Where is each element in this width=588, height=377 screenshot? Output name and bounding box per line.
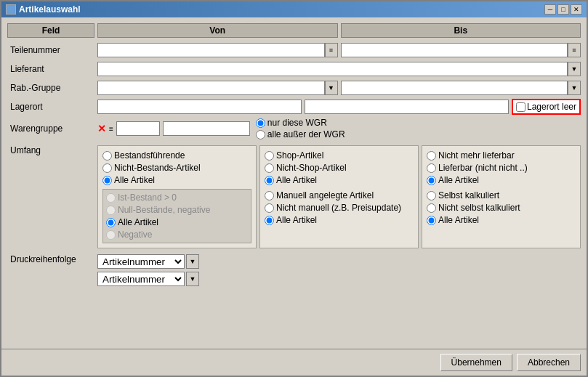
lagerort-leer-label: Lagerort leer (527, 102, 576, 112)
negative-radio[interactable] (106, 230, 116, 240)
druck-select1[interactable]: Artikelnummer Bezeichnung Lieferant (97, 254, 185, 269)
nicht-mehr-radio[interactable] (427, 151, 436, 161)
lieferbar-option: Lieferbar (nicht nicht ..) (427, 163, 576, 173)
rab-gruppe-von-input[interactable] (97, 81, 325, 95)
window-icon (6, 4, 16, 15)
header-row: Feld Von Bis (7, 23, 581, 38)
druckreihenfolge-label: Druckreihenfolge (7, 254, 94, 264)
null-bestaende-label: Null-Bestände, negative (118, 205, 210, 215)
alle-artikel1b-radio[interactable] (106, 218, 116, 227)
nicht-shop-radio[interactable] (265, 163, 274, 173)
wgr-radio-group: nur diese WGR alle außer der WGR (256, 118, 345, 139)
bestandsfuehrende-option: Bestandsführende (102, 150, 251, 161)
nicht-bestands-label: Nicht-Bestands-Artikel (114, 163, 201, 173)
alle-artikel3b-radio[interactable] (427, 216, 436, 225)
bestandsfuehrende-radio[interactable] (102, 151, 112, 161)
alle-artikel2b-option: Alle Artikel (265, 215, 414, 225)
umfang-columns: Bestandsführende Nicht-Bestands-Artikel … (97, 145, 581, 248)
lieferbar-radio[interactable] (427, 163, 436, 173)
nicht-bestands-option: Nicht-Bestands-Artikel (102, 163, 251, 173)
nur-diese-wgr-radio[interactable] (256, 118, 265, 128)
abbrechen-button[interactable]: Abbrechen (517, 354, 581, 371)
selbst-option: Selbst kalkuliert (427, 190, 576, 200)
alle-artikel2b-radio[interactable] (265, 216, 274, 225)
druck-selects: Artikelnummer Bezeichnung Lieferant ▼ Ar… (97, 254, 199, 286)
lieferant-dropdown-btn[interactable]: ▼ (568, 62, 581, 76)
warengruppe-desc-input[interactable] (163, 121, 250, 136)
alle-artikel1b-option: Alle Artikel (106, 217, 248, 227)
druck-select-row1: Artikelnummer Bezeichnung Lieferant ▼ (97, 254, 199, 269)
maximize-button[interactable]: □ (557, 4, 569, 15)
shop-artikel-label: Shop-Artikel (276, 150, 323, 161)
shop-artikel-option: Shop-Artikel (265, 150, 414, 161)
alle-artikel2-radio[interactable] (265, 176, 274, 185)
nur-diese-wgr-label: nur diese WGR (267, 118, 327, 128)
manuell-label: Manuell angelegte Artikel (276, 190, 374, 200)
rab-gruppe-von-btn[interactable]: ▼ (325, 81, 338, 95)
alle-ausser-wgr-radio[interactable] (256, 130, 265, 139)
teilenummer-von-btn[interactable]: ≡ (325, 43, 338, 57)
nicht-bestands-radio[interactable] (102, 163, 112, 173)
teilenummer-bis-btn[interactable]: ≡ (568, 43, 581, 57)
bestandsfuehrende-label: Bestandsführende (114, 150, 185, 161)
header-feld: Feld (7, 23, 94, 38)
warengruppe-row: Warengruppe ✕ ≡ nur diese WGR alle außer… (7, 118, 581, 139)
ist-bestand-option: Ist-Bestand > 0 (106, 192, 248, 203)
nicht-shop-label: Nicht-Shop-Artikel (276, 163, 347, 173)
ist-bestand-group: Ist-Bestand > 0 Null-Bestände, negative … (102, 189, 251, 243)
rab-gruppe-row: Rab.-Gruppe ▼ ▼ (7, 80, 581, 96)
rab-gruppe-bis-input[interactable] (341, 81, 568, 95)
lagerort-bis-input[interactable] (305, 100, 509, 114)
manuell-option: Manuell angelegte Artikel (265, 190, 414, 200)
title-buttons: ─ □ ✕ (544, 4, 582, 15)
lieferbar-label: Lieferbar (nicht nicht ..) (438, 163, 528, 173)
content-area: Feld Von Bis Teilenummer ≡ ≡ Lieferant ▼ (1, 17, 587, 349)
manuell-radio[interactable] (265, 191, 274, 200)
warengruppe-input[interactable] (116, 121, 160, 136)
nicht-selbst-label: Nicht selbst kalkuliert (438, 203, 520, 213)
druck-select2-btn[interactable]: ▼ (186, 272, 199, 286)
umfang-col2: Shop-Artikel Nicht-Shop-Artikel Alle Art… (259, 145, 419, 248)
null-bestaende-radio[interactable] (106, 206, 116, 215)
lagerort-leer-container: Lagerort leer (512, 99, 581, 115)
rab-gruppe-bis-btn[interactable]: ▼ (568, 81, 581, 95)
lieferant-input[interactable] (97, 62, 568, 76)
alle-artikel3-option: Alle Artikel (427, 175, 576, 185)
alle-artikel2b-label: Alle Artikel (276, 215, 317, 225)
bottom-bar: Übernehmen Abbrechen (1, 349, 587, 376)
nicht-selbst-radio[interactable] (427, 203, 436, 213)
warengruppe-list-btn[interactable]: ≡ (109, 125, 113, 133)
alle-artikel1-option: Alle Artikel (102, 175, 251, 185)
warengruppe-clear-btn[interactable]: ✕ (97, 123, 106, 134)
teilenummer-bis-input[interactable] (341, 43, 568, 57)
window-title: Artikelauswahl (19, 4, 81, 15)
minimize-button[interactable]: ─ (544, 4, 556, 15)
teilenummer-von-input[interactable] (97, 43, 325, 57)
close-button[interactable]: ✕ (571, 4, 582, 15)
selbst-radio[interactable] (427, 191, 436, 200)
alle-artikel3-label: Alle Artikel (438, 175, 479, 185)
alle-artikel3-radio[interactable] (427, 176, 436, 185)
shop-artikel-radio[interactable] (265, 151, 274, 161)
nicht-manuell-label: Nicht manuell (z.B. Preisupdate) (276, 203, 401, 213)
nicht-manuell-radio[interactable] (265, 203, 274, 213)
druck-select1-btn[interactable]: ▼ (186, 254, 199, 269)
nur-diese-wgr-option: nur diese WGR (256, 118, 345, 128)
nicht-mehr-option: Nicht mehr lieferbar (427, 150, 576, 161)
teilenummer-label: Teilenummer (7, 45, 94, 55)
uebernehmen-button[interactable]: Übernehmen (440, 354, 512, 371)
lagerort-von-input[interactable] (97, 100, 302, 114)
nicht-shop-option: Nicht-Shop-Artikel (265, 163, 414, 173)
lagerort-label: Lagerort (7, 102, 94, 112)
druck-select2[interactable]: Artikelnummer Bezeichnung Lieferant (97, 272, 185, 286)
negative-label: Negative (118, 230, 152, 240)
ist-bestand-radio[interactable] (106, 193, 116, 203)
lieferant-label: Lieferant (7, 64, 94, 74)
alle-artikel3b-option: Alle Artikel (427, 215, 576, 225)
alle-artikel3b-label: Alle Artikel (438, 215, 479, 225)
warengruppe-label: Warengruppe (7, 123, 94, 134)
alle-artikel1-radio[interactable] (102, 176, 112, 185)
alle-artikel1b-label: Alle Artikel (118, 217, 158, 227)
lagerort-leer-checkbox[interactable] (516, 102, 525, 112)
null-bestaende-option: Null-Bestände, negative (106, 205, 248, 215)
